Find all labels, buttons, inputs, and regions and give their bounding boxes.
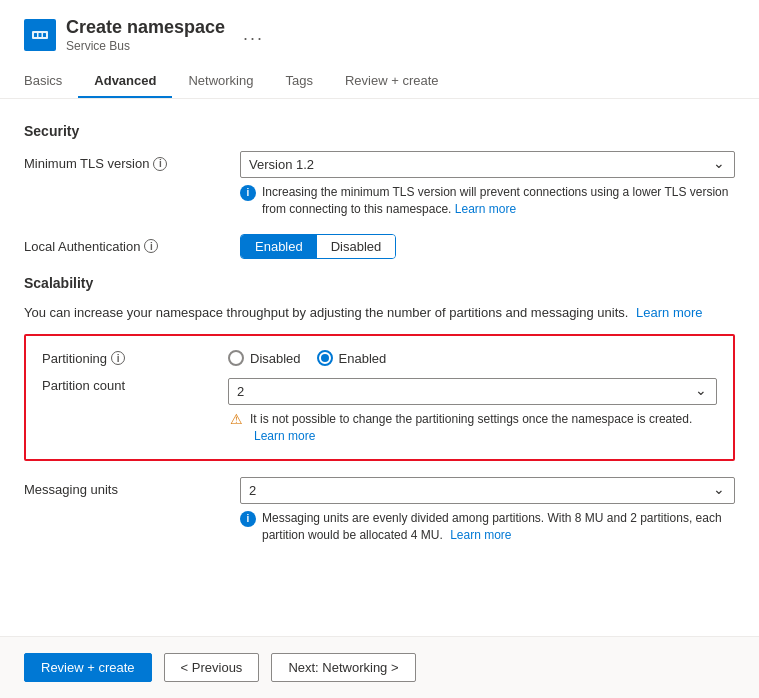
title-group: Create namespace Service Bus bbox=[66, 16, 225, 53]
messaging-units-learn-more-link[interactable]: Learn more bbox=[450, 528, 511, 542]
messaging-units-info-icon: i bbox=[240, 511, 256, 527]
partitioning-enabled-radio-dot bbox=[321, 354, 329, 362]
partitioning-info-icon[interactable]: i bbox=[111, 351, 125, 365]
partition-count-select[interactable]: 2 bbox=[228, 378, 717, 405]
messaging-units-control: 2 i Messaging units are evenly divided a… bbox=[240, 477, 735, 544]
tls-version-select[interactable]: Version 1.2 bbox=[240, 151, 735, 178]
tls-control: Version 1.2 i Increasing the minimum TLS… bbox=[240, 151, 735, 218]
header: Create namespace Service Bus ... Basics … bbox=[0, 0, 759, 99]
messaging-units-info-message: i Messaging units are evenly divided amo… bbox=[240, 510, 735, 544]
tab-networking[interactable]: Networking bbox=[172, 65, 269, 98]
scalability-description: You can increase your namespace throughp… bbox=[24, 303, 735, 323]
messaging-units-select[interactable]: 2 bbox=[240, 477, 735, 504]
next-button[interactable]: Next: Networking > bbox=[271, 653, 415, 682]
tls-info-circle-icon: i bbox=[240, 185, 256, 201]
messaging-units-label: Messaging units bbox=[24, 477, 224, 497]
partitioning-box: Partitioning i Disabled Enabled bbox=[24, 334, 735, 461]
local-auth-label: Local Authentication i bbox=[24, 234, 224, 254]
partitioning-disabled-radio[interactable] bbox=[228, 350, 244, 366]
tab-basics[interactable]: Basics bbox=[24, 65, 78, 98]
review-create-button[interactable]: Review + create bbox=[24, 653, 152, 682]
svg-rect-1 bbox=[34, 33, 37, 37]
page-subtitle: Service Bus bbox=[66, 39, 225, 53]
partitioning-label: Partitioning i bbox=[42, 351, 212, 366]
local-auth-toggle[interactable]: Enabled Disabled bbox=[240, 234, 396, 259]
local-auth-row: Local Authentication i Enabled Disabled bbox=[24, 234, 735, 259]
svg-rect-3 bbox=[43, 33, 46, 37]
scalability-section-title: Scalability bbox=[24, 275, 735, 291]
tls-info-message: i Increasing the minimum TLS version wil… bbox=[240, 184, 735, 218]
messaging-units-select-wrapper: 2 bbox=[240, 477, 735, 504]
footer: Review + create < Previous Next: Network… bbox=[0, 636, 759, 698]
local-auth-control: Enabled Disabled bbox=[240, 234, 735, 259]
local-auth-enabled-button[interactable]: Enabled bbox=[241, 235, 317, 258]
local-auth-info-icon[interactable]: i bbox=[144, 239, 158, 253]
page-title: Create namespace bbox=[66, 16, 225, 39]
tab-bar: Basics Advanced Networking Tags Review +… bbox=[24, 65, 735, 98]
main-content: Security Minimum TLS version i Version 1… bbox=[0, 99, 759, 636]
partition-learn-more-link[interactable]: Learn more bbox=[254, 429, 315, 443]
tab-review-create[interactable]: Review + create bbox=[329, 65, 455, 98]
scalability-learn-more-link[interactable]: Learn more bbox=[636, 305, 702, 320]
messaging-units-row: Messaging units 2 i Messaging units are … bbox=[24, 477, 735, 544]
local-auth-disabled-button[interactable]: Disabled bbox=[317, 235, 396, 258]
partition-count-label: Partition count bbox=[42, 378, 212, 393]
partition-count-select-wrapper: 2 bbox=[228, 378, 717, 405]
security-section-title: Security bbox=[24, 123, 735, 139]
partitioning-row: Partitioning i Disabled Enabled bbox=[42, 350, 717, 366]
partition-count-control: 2 ⚠ It is not possible to change the par… bbox=[228, 378, 717, 445]
tab-advanced[interactable]: Advanced bbox=[78, 65, 172, 98]
tls-learn-more-link[interactable]: Learn more bbox=[455, 202, 516, 216]
more-options-button[interactable]: ... bbox=[243, 24, 264, 45]
partition-warn-message: ⚠ It is not possible to change the parti… bbox=[228, 411, 717, 445]
previous-button[interactable]: < Previous bbox=[164, 653, 260, 682]
partition-count-row: Partition count 2 ⚠ It is not possible t… bbox=[42, 378, 717, 445]
partitioning-radio-group: Disabled Enabled bbox=[228, 350, 717, 366]
tab-tags[interactable]: Tags bbox=[269, 65, 328, 98]
tls-row: Minimum TLS version i Version 1.2 i Incr… bbox=[24, 151, 735, 218]
partitioning-enabled-option[interactable]: Enabled bbox=[317, 350, 387, 366]
partition-warn-icon: ⚠ bbox=[228, 411, 244, 427]
tls-label: Minimum TLS version i bbox=[24, 151, 224, 171]
tls-info-icon[interactable]: i bbox=[153, 157, 167, 171]
service-bus-icon bbox=[24, 19, 56, 51]
create-namespace-window: Create namespace Service Bus ... Basics … bbox=[0, 0, 759, 698]
svg-rect-2 bbox=[39, 33, 42, 37]
tls-select-wrapper: Version 1.2 bbox=[240, 151, 735, 178]
partitioning-disabled-option[interactable]: Disabled bbox=[228, 350, 301, 366]
partitioning-enabled-radio[interactable] bbox=[317, 350, 333, 366]
